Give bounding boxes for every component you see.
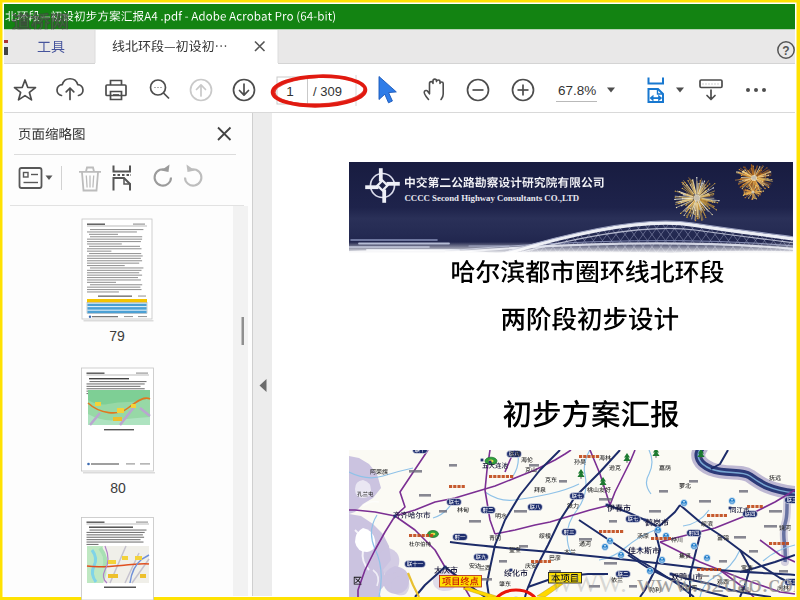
svg-text:www.52dao.com: www.52dao.com — [637, 569, 800, 598]
svg-text:WWW.: WWW. — [549, 569, 627, 598]
svg-text:?: ? — [782, 44, 789, 58]
svg-text:67.8%: 67.8% — [558, 83, 596, 98]
svg-text:80: 80 — [110, 480, 126, 496]
svg-text:1: 1 — [286, 84, 294, 99]
svg-text:79: 79 — [109, 328, 125, 344]
svg-text:/ 309: / 309 — [313, 84, 342, 99]
svg-text:CCCC Second Highway Consultant: CCCC Second Highway Consultants CO.,LTD — [405, 193, 580, 203]
